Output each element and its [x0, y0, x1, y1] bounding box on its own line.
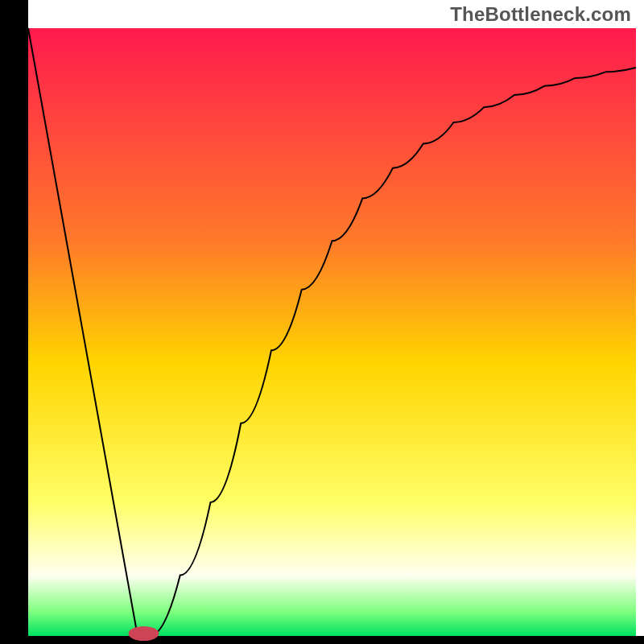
optimal-point-marker — [129, 626, 159, 641]
x-axis — [0, 636, 644, 644]
chart-svg — [0, 0, 644, 644]
bottleneck-chart: TheBottleneck.com — [0, 0, 644, 644]
plot-background — [28, 28, 636, 636]
watermark-text: TheBottleneck.com — [450, 3, 631, 26]
y-axis — [0, 0, 28, 644]
